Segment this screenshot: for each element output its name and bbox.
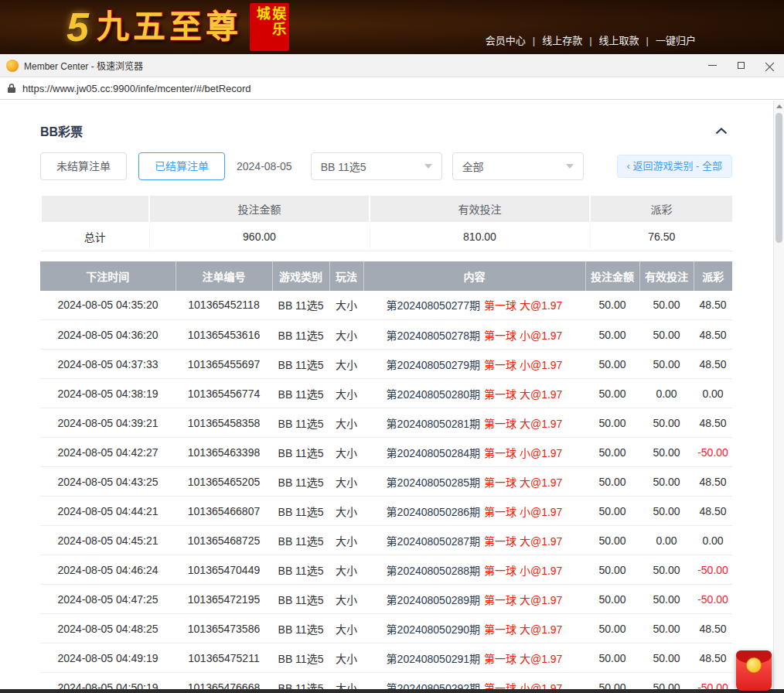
cell-bet-id: 101365455697 <box>176 350 272 379</box>
table-row: 2024-08-05 04:49:19 101365475211 BB 11选5… <box>40 644 732 673</box>
summary-payout: 76.50 <box>590 223 733 251</box>
summary-col-payout: 派彩 <box>590 195 733 223</box>
cell-bet-time: 2024-08-05 04:46:24 <box>40 555 176 585</box>
cell-bet-id: 101365470449 <box>176 555 272 585</box>
nav-withdraw[interactable]: 线上取款 <box>599 35 656 46</box>
table-row: 2024-08-05 04:43:25 101365465205 BB 11选5… <box>40 467 732 497</box>
summary-bet-amount: 960.00 <box>149 223 370 251</box>
nav-deposit[interactable]: 线上存款 <box>542 35 598 46</box>
cell-valid-bet: 0.00 <box>639 526 694 555</box>
type-select[interactable]: 全部 <box>452 152 584 180</box>
cell-valid-bet: 50.00 <box>639 291 694 320</box>
date-picker[interactable]: 2024-08-05 <box>237 160 292 172</box>
cell-bet-id: 101365456774 <box>176 379 272 408</box>
cell-play-type: 大小 <box>329 408 363 438</box>
nav-member-center[interactable]: 会员中心 <box>486 35 542 46</box>
chevron-down-icon <box>566 164 574 169</box>
bet-detail-text: 第一球 大@1.97 <box>484 418 562 430</box>
cell-bet-id: 101365463398 <box>176 438 272 467</box>
game-select[interactable]: BB 11选5 <box>311 152 442 180</box>
cell-bet-amount: 50.00 <box>585 350 639 379</box>
logo-sub-badge: 娱乐城 <box>250 3 289 51</box>
cell-payout: 48.50 <box>694 291 732 320</box>
cell-bet-amount: 50.00 <box>585 614 639 644</box>
bet-detail-text: 第一球 大@1.97 <box>484 653 562 665</box>
summary-valid-bet: 810.00 <box>370 223 590 251</box>
cell-content: 第202408050280期第一球 大@1.97 <box>363 379 585 408</box>
bet-detail-text: 第一球 大@1.97 <box>484 535 562 548</box>
col-content: 内容 <box>363 261 585 291</box>
unsettled-bets-button[interactable]: 未结算注单 <box>40 152 127 180</box>
col-payout: 派彩 <box>694 261 732 291</box>
cell-bet-amount: 50.00 <box>585 379 639 408</box>
cell-bet-time: 2024-08-05 04:42:27 <box>40 438 176 467</box>
red-packet-icon[interactable] <box>736 650 772 691</box>
filter-bar: 未结算注单 已结算注单 2024-08-05 BB 11选5 全部 ‹ 返回游戏… <box>40 152 732 180</box>
section-header: BB彩票 <box>40 122 732 139</box>
bet-detail-text: 第一球 大@1.97 <box>484 594 562 606</box>
cell-game-type: BB 11选5 <box>272 291 329 320</box>
col-bet-time: 下注时间 <box>40 261 176 291</box>
window-title: Member Center - 极速浏览器 <box>24 59 143 72</box>
cell-payout: 48.50 <box>694 614 732 644</box>
cell-bet-time: 2024-08-05 04:43:25 <box>40 467 176 497</box>
scroll-up-button[interactable] <box>774 101 784 112</box>
table-row: 2024-08-05 04:48:25 101365473586 BB 11选5… <box>40 614 732 644</box>
scrollbar-thumb[interactable] <box>775 113 782 243</box>
cell-content: 第202408050279期第一球 小@1.97 <box>363 350 585 379</box>
taskbar-edge <box>0 689 784 693</box>
cell-content: 第202408050288期第一球 小@1.97 <box>363 555 585 585</box>
settled-bets-button[interactable]: 已结算注单 <box>138 152 225 180</box>
cell-content: 第202408050291期第一球 大@1.97 <box>363 644 585 673</box>
cell-bet-id: 101365458358 <box>176 408 272 438</box>
url-text[interactable]: https://www.jw05.cc:9900/infe/mcenter/#/… <box>22 83 251 94</box>
arrow-up-icon <box>776 104 782 108</box>
bet-detail-text: 第一球 小@1.97 <box>484 447 562 459</box>
table-row: 2024-08-05 04:42:27 101365463398 BB 11选5… <box>40 438 732 467</box>
cell-bet-id: 101365468725 <box>176 526 272 555</box>
cell-play-type: 大小 <box>329 555 363 585</box>
period-text: 第202408050290期 <box>387 623 480 636</box>
banner-nav: 会员中心线上存款线上取款一键归户 <box>486 32 696 47</box>
cell-bet-id: 101365473586 <box>176 614 272 644</box>
logo-text: 九五至尊 <box>97 2 242 53</box>
cell-payout: 48.50 <box>694 350 732 379</box>
cell-valid-bet: 50.00 <box>639 644 694 673</box>
cell-valid-bet: 50.00 <box>639 467 694 497</box>
browser-favicon-icon <box>6 60 19 72</box>
minimize-button[interactable] <box>698 54 727 77</box>
cell-content: 第202408050287期第一球 大@1.97 <box>363 526 585 555</box>
cell-game-type: BB 11选5 <box>272 614 329 644</box>
table-row: 2024-08-05 04:46:24 101365470449 BB 11选5… <box>40 555 732 585</box>
cell-bet-time: 2024-08-05 04:39:21 <box>40 408 176 438</box>
nav-one-key[interactable]: 一键归户 <box>656 35 696 46</box>
browser-urlbar: https://www.jw05.cc:9900/infe/mcenter/#/… <box>0 77 784 100</box>
collapse-section-button[interactable] <box>711 126 732 136</box>
cell-valid-bet: 50.00 <box>639 350 694 379</box>
cell-game-type: BB 11选5 <box>272 408 329 438</box>
cell-content: 第202408050278期第一球 小@1.97 <box>363 320 585 350</box>
table-row: 2024-08-05 04:44:21 101365466807 BB 11选5… <box>40 497 732 526</box>
maximize-icon <box>738 62 745 69</box>
cell-payout: -50.00 <box>694 585 732 614</box>
vertical-scrollbar[interactable] <box>773 101 784 693</box>
cell-game-type: BB 11选5 <box>272 467 329 497</box>
cell-bet-time: 2024-08-05 04:45:21 <box>40 526 176 555</box>
period-text: 第202408050278期 <box>387 329 480 342</box>
close-icon <box>765 61 774 70</box>
window-controls <box>698 54 784 77</box>
bet-detail-text: 第一球 小@1.97 <box>484 329 562 342</box>
summary-total-label: 总计 <box>41 223 149 251</box>
cell-valid-bet: 50.00 <box>639 555 694 585</box>
close-button[interactable] <box>755 54 784 77</box>
maximize-button[interactable] <box>727 54 755 77</box>
table-row: 2024-08-05 04:37:33 101365455697 BB 11选5… <box>40 350 732 379</box>
site-logo: 5 九五至尊 娱乐城 <box>66 2 289 53</box>
site-banner: 5 九五至尊 娱乐城 会员中心线上存款线上取款一键归户 <box>0 0 784 54</box>
bet-record-table: 下注时间 注单编号 游戏类别 玩法 内容 投注金额 有效投注 派彩 2024-0… <box>40 261 732 693</box>
cell-payout: 48.50 <box>694 497 732 526</box>
back-to-category-button[interactable]: ‹ 返回游戏类别 - 全部 <box>617 155 733 178</box>
cell-bet-amount: 50.00 <box>585 497 639 526</box>
cell-payout: 0.00 <box>694 379 732 408</box>
cell-bet-amount: 50.00 <box>585 438 639 467</box>
